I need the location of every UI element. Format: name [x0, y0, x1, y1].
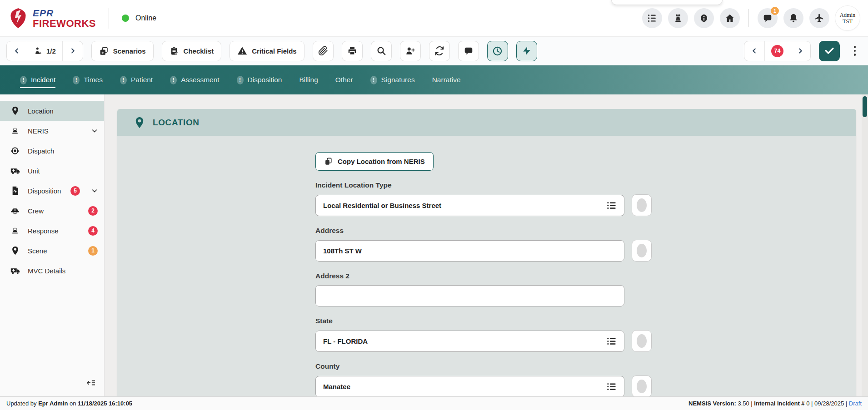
nemsis-version-value: 3.50 — [738, 400, 749, 407]
sidebar-item-crew[interactable]: Crew 2 — [0, 201, 104, 221]
station-tower-button[interactable] — [668, 8, 688, 28]
sidebar-item-label: Response — [28, 227, 59, 235]
tab-assessment[interactable]: ! Assessment — [170, 72, 219, 88]
field-status-button[interactable] — [632, 240, 652, 262]
pin-icon — [10, 106, 20, 115]
updated-timestamp: 11/18/2025 16:10:05 — [78, 400, 132, 407]
incident-date: 09/28/2025 — [814, 400, 844, 407]
more-options-button[interactable] — [848, 41, 862, 61]
user-name-line2: TST — [843, 18, 853, 25]
tab-label: Narrative — [432, 76, 461, 84]
chat-icon — [464, 46, 474, 56]
copy-location-from-neris-button[interactable]: Copy Location from NERIS — [315, 152, 434, 171]
draft-status-link[interactable]: Draft — [849, 400, 862, 407]
sidebar-collapse-button[interactable] — [87, 379, 96, 386]
tab-label: Disposition — [248, 76, 282, 84]
tab-incident[interactable]: ! Incident — [20, 72, 55, 88]
station-tower-icon — [673, 13, 683, 23]
warning-triangle-icon — [237, 46, 247, 56]
messages-button[interactable]: 1 — [758, 8, 778, 28]
critical-fields-button[interactable]: Critical Fields — [229, 41, 304, 61]
online-label: Online — [135, 14, 156, 22]
scenarios-icon — [99, 46, 109, 56]
kebab-icon — [854, 46, 856, 48]
times-quick-button[interactable] — [487, 41, 508, 61]
sidebar-item-label: Disposition — [28, 187, 61, 195]
scenarios-label: Scenarios — [113, 47, 146, 55]
search-button[interactable] — [371, 41, 392, 61]
list-picker-icon[interactable] — [607, 337, 617, 346]
alerts-previous-button[interactable] — [744, 41, 765, 61]
helmet-icon — [10, 207, 20, 215]
record-meta-text: NEMSIS Version: 3.50 | Internal Incident… — [688, 400, 862, 407]
list-picker-icon[interactable] — [607, 201, 617, 210]
field-value: Manatee — [323, 383, 350, 390]
alerts-next-button[interactable] — [790, 41, 810, 61]
quick-actions-button[interactable] — [516, 41, 537, 61]
sidebar-item-disposition[interactable]: Disposition 5 — [0, 181, 104, 201]
section-title: LOCATION — [153, 118, 200, 128]
messages-badge: 1 — [771, 7, 779, 15]
crew-badge: 2 — [88, 206, 98, 216]
address-2-input[interactable] — [315, 285, 624, 306]
comments-button[interactable] — [458, 41, 479, 61]
field-status-button[interactable] — [632, 330, 652, 352]
sync-button[interactable] — [429, 41, 450, 61]
section-tabs: ! Incident ! Times ! Patient ! Assessmen… — [0, 65, 868, 94]
tab-billing[interactable]: Billing — [299, 72, 318, 88]
info-button[interactable] — [694, 8, 714, 28]
travel-mode-button[interactable] — [809, 8, 829, 28]
list-menu-button[interactable] — [642, 8, 662, 28]
sidebar-item-label: MVC Details — [28, 267, 65, 275]
field-status-button[interactable] — [632, 375, 652, 396]
scrollbar-thumb[interactable] — [863, 96, 867, 117]
sidebar-item-unit[interactable]: Unit — [0, 161, 104, 181]
field-status-button[interactable] — [632, 194, 652, 216]
app-header: EPR FIREWORKS Online — [0, 0, 868, 36]
tab-signatures[interactable]: ! Signatures — [370, 72, 415, 88]
vertical-scrollbar[interactable] — [862, 94, 868, 396]
sidebar-item-dispatch[interactable]: Dispatch — [0, 141, 104, 161]
sidebar-item-location[interactable]: Location — [0, 101, 104, 121]
attachments-button[interactable] — [313, 41, 334, 61]
alert-icon: ! — [237, 76, 244, 84]
list-icon — [647, 13, 657, 23]
checklist-button[interactable]: Checklist — [162, 41, 222, 61]
sidebar-item-scene[interactable]: Scene 1 — [0, 241, 104, 261]
sidebar-item-neris[interactable]: NERIS — [0, 121, 104, 141]
next-record-button[interactable] — [63, 41, 83, 61]
tab-narrative[interactable]: Narrative — [432, 72, 461, 88]
incident-location-type-input[interactable]: Local Residential or Business Street — [315, 195, 624, 216]
print-button[interactable] — [342, 41, 363, 61]
tab-label: Other — [335, 76, 353, 84]
record-counter-button[interactable]: 1/2 — [27, 41, 63, 61]
scenarios-button[interactable]: Scenarios — [91, 41, 154, 61]
notifications-button[interactable] — [783, 8, 803, 28]
save-validate-button[interactable] — [819, 41, 840, 61]
sidebar-item-mvc-details[interactable]: MVC Details — [0, 261, 104, 281]
tab-label: Signatures — [381, 76, 415, 84]
sidebar-item-response[interactable]: Response 4 — [0, 221, 104, 241]
online-status: Online — [122, 14, 156, 22]
county-input[interactable]: Manatee — [315, 376, 624, 397]
user-avatar[interactable]: Admin TST — [835, 6, 860, 30]
previous-record-button[interactable] — [7, 41, 27, 61]
print-icon — [347, 46, 357, 56]
tab-other[interactable]: Other — [335, 72, 353, 88]
pin-icon — [10, 246, 20, 255]
tab-patient[interactable]: ! Patient — [120, 72, 153, 88]
alerts-count-button[interactable]: 74 — [765, 41, 790, 61]
app-logo[interactable]: EPR FIREWORKS — [8, 7, 96, 29]
tab-disposition[interactable]: ! Disposition — [237, 72, 282, 88]
state-input[interactable]: FL - FLORIDA — [315, 331, 624, 352]
internal-incident-label: Internal Incident # — [754, 400, 804, 407]
updated-by-user: Epr Admin — [38, 400, 68, 407]
list-picker-icon[interactable] — [607, 382, 617, 391]
add-person-button[interactable] — [400, 41, 421, 61]
tab-times[interactable]: ! Times — [73, 72, 103, 88]
alert-icon: ! — [370, 76, 377, 84]
field-county: County Manatee — [315, 361, 856, 396]
copy-icon — [324, 157, 333, 166]
address-input[interactable]: 108Th ST W — [315, 240, 624, 262]
home-button[interactable] — [720, 8, 740, 28]
